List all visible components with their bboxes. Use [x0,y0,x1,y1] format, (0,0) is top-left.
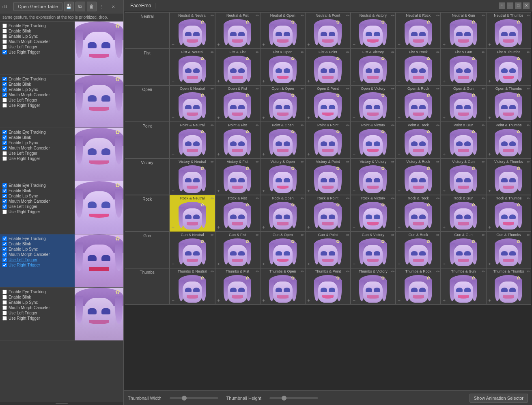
cell-add-icon-7-4[interactable]: ＋ [352,297,356,303]
checkbox-4-0[interactable] [2,236,7,241]
cell-edit-icon-4-7[interactable]: ✏ [527,160,530,164]
checkbox-3-0[interactable] [2,183,7,188]
cell-edit-icon-1-4[interactable]: ✏ [391,50,394,54]
cell-add-icon-7-5[interactable]: ＋ [397,297,401,303]
use-left-5[interactable] [2,311,7,315]
cell-edit-icon-5-1[interactable]: ✏ [256,196,259,201]
cell-edit-icon-3-0[interactable]: ✏ [211,123,214,128]
cell-add-icon-5-1[interactable]: ＋ [216,224,221,230]
cell-add-icon-2-1[interactable]: ＋ [216,115,221,121]
cell-add-icon-4-5[interactable]: ＋ [397,188,401,194]
use-right-2[interactable] [2,156,7,161]
cell-edit-icon-3-3[interactable]: ✏ [346,123,349,128]
grid-cell-4-3[interactable]: Victory & Point ✏ ✿ [305,158,350,195]
grid-cell-0-5[interactable]: Neutral & Rock ✏ ✿ [396,12,441,49]
use-left-0[interactable] [2,45,7,49]
cell-add-icon-2-7[interactable]: ＋ [487,115,492,121]
checkbox-1-0[interactable] [2,77,7,81]
grid-cell-6-4[interactable]: Gun & Victory ✏ ✿ [351,232,396,268]
cell-add-icon-7-0[interactable]: ＋ [171,297,175,303]
cell-edit-icon-4-4[interactable]: ✏ [391,160,394,164]
cell-edit-icon-6-3[interactable]: ✏ [346,233,349,237]
cell-edit-icon-6-2[interactable]: ✏ [301,233,304,237]
cell-edit-icon-1-2[interactable]: ✏ [301,50,304,54]
cell-add-icon-5-6[interactable]: ＋ [442,224,446,230]
cell-edit-icon-6-7[interactable]: ✏ [527,233,530,237]
grid-cell-7-0[interactable]: Thumbs & Neutral ✏ ✿ [170,268,215,305]
checkbox-5-0[interactable] [2,290,7,294]
close-icon[interactable]: ✕ [112,4,121,9]
grid-cell-1-2[interactable]: Fist & Open ✏ ✿ [260,49,305,85]
cell-add-icon-6-2[interactable]: ＋ [261,261,266,267]
cell-edit-icon-4-5[interactable]: ✏ [436,160,439,164]
checkbox-0-3[interactable] [2,39,7,44]
grid-cell-0-0[interactable]: Neutral & Neutral ✏ ✿ [170,12,215,49]
cell-edit-icon-0-3[interactable]: ✏ [346,13,349,18]
cell-add-icon-4-1[interactable]: ＋ [216,188,221,194]
grid-cell-3-1[interactable]: Point & Fist ✏ ✿ [215,122,260,158]
use-right-1[interactable] [2,103,7,108]
cell-edit-icon-6-4[interactable]: ✏ [391,233,394,237]
grid-cell-1-1[interactable]: Fist & Fist ✏ ✿ [215,49,260,85]
cell-add-icon-4-2[interactable]: ＋ [261,188,266,194]
checkbox-5-3[interactable] [2,305,7,310]
cell-add-icon-1-7[interactable]: ＋ [487,78,492,84]
cell-add-icon-7-1[interactable]: ＋ [216,297,221,303]
cell-add-icon-4-6[interactable]: ＋ [442,188,446,194]
checkbox-3-2[interactable] [2,194,7,198]
cell-add-icon-6-3[interactable]: ＋ [306,261,311,267]
grid-cell-5-7[interactable]: Rock & Thumbs ✏ ✿ [486,195,531,232]
cell-add-icon-6-0[interactable]: ＋ [171,261,175,267]
cell-edit-icon-5-7[interactable]: ✏ [527,196,530,201]
grid-cell-0-1[interactable]: Neutral & Fist ✏ ✿ [215,12,260,49]
cell-add-icon-5-5[interactable]: ＋ [397,224,401,230]
checkbox-0-1[interactable] [2,29,7,33]
cell-add-icon-1-4[interactable]: ＋ [352,78,356,84]
grid-cell-4-1[interactable]: Victory & Fist ✏ ✿ [215,158,260,195]
grid-cell-6-1[interactable]: Gun & Fist ✏ ✿ [215,232,260,268]
use-right-3[interactable] [2,210,7,214]
cell-add-icon-5-0[interactable]: ＋ [171,224,175,230]
gesture-item-arrow-bracket[interactable]: Enable Eye Tracking Enable Blink Enable … [0,288,123,341]
cell-add-icon-4-3[interactable]: ＋ [306,188,311,194]
cell-edit-icon-3-1[interactable]: ✏ [256,123,259,128]
checkbox-0-2[interactable] [2,34,7,39]
checkbox-0-0[interactable] [2,24,7,28]
cell-edit-icon-1-3[interactable]: ✏ [346,50,349,54]
grid-cell-5-5[interactable]: Rock & Rock ✏ ✿ [396,195,441,232]
use-right-5[interactable] [2,316,7,321]
checkbox-2-1[interactable] [2,135,7,140]
use-left-2[interactable] [2,151,7,156]
grid-cell-0-6[interactable]: Neutral & Gun ✏ ✿ [441,12,486,49]
cell-edit-icon-3-4[interactable]: ✏ [391,123,394,128]
cell-edit-icon-7-5[interactable]: ✏ [436,269,439,274]
gesture-item-right-victory[interactable]: Enable Eye Tracking Enable Blink Enable … [0,22,123,75]
window-maximize-button[interactable]: □ [515,2,521,9]
cell-edit-icon-7-6[interactable]: ✏ [482,269,485,274]
cell-add-icon-7-2[interactable]: ＋ [261,297,266,303]
cell-edit-icon-2-7[interactable]: ✏ [527,87,530,91]
checkbox-2-3[interactable] [2,146,7,150]
grid-cell-7-2[interactable]: Thumbs & Open ✏ ✿ [260,268,305,305]
cell-add-icon-7-3[interactable]: ＋ [306,297,311,303]
save-button[interactable]: 💾 [64,2,74,11]
grid-cell-6-7[interactable]: Gun & Thumbs ✏ ✿ [486,232,531,268]
cell-edit-icon-5-3[interactable]: ✏ [346,196,349,201]
cell-edit-icon-1-1[interactable]: ✏ [256,50,259,54]
grid-cell-5-2[interactable]: Rock & Open ✏ ✿ [260,195,305,232]
cell-add-icon-3-2[interactable]: ＋ [261,151,266,157]
cell-add-icon-3-4[interactable]: ＋ [352,151,356,157]
cell-edit-icon-4-3[interactable]: ✏ [346,160,349,164]
cell-edit-icon-0-7[interactable]: ✏ [527,13,530,18]
cell-add-icon-0-2[interactable]: ＋ [261,41,266,48]
grid-cell-2-4[interactable]: Open & Victory ✏ ✿ [351,85,396,122]
cell-edit-icon-1-7[interactable]: ✏ [527,50,530,54]
show-animation-button[interactable]: Show Animation Selector [470,394,528,403]
cell-add-icon-0-6[interactable]: ＋ [442,41,446,48]
grid-cell-4-5[interactable]: Victory & Rock ✏ ✿ [396,158,441,195]
grid-cell-6-3[interactable]: Gun & Point ✏ ✿ [305,232,350,268]
cell-add-icon-2-3[interactable]: ＋ [306,115,311,121]
cell-edit-icon-2-3[interactable]: ✏ [346,87,349,91]
grid-cell-1-5[interactable]: Fist & Rock ✏ ✿ [396,49,441,85]
gesture-item-right-thumbs[interactable]: Enable Eye Tracking Enable Blink Enable … [0,181,123,234]
